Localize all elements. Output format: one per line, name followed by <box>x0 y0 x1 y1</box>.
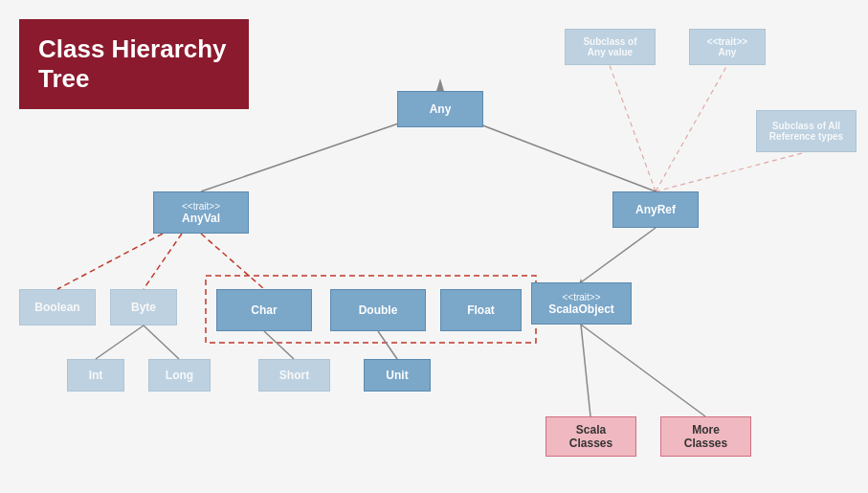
svg-line-5 <box>57 234 163 289</box>
svg-line-14 <box>581 325 705 416</box>
svg-line-4 <box>201 234 264 289</box>
node-long: Long <box>148 359 211 392</box>
node-short: Short <box>258 359 330 392</box>
node-byte: Byte <box>110 289 177 325</box>
svg-line-10 <box>144 325 179 359</box>
node-any: Any <box>397 91 483 127</box>
node-scalaobject: <<trait>> ScalaObject <box>531 282 632 325</box>
node-int: Int <box>67 359 124 392</box>
svg-line-15 <box>610 65 656 191</box>
svg-line-9 <box>96 325 144 359</box>
node-unit: Unit <box>364 359 431 392</box>
node-scala-class2: More Classes <box>660 416 751 457</box>
title-box: Class Hierarchy Tree <box>19 19 249 109</box>
svg-line-7 <box>264 331 294 359</box>
svg-line-6 <box>144 234 182 289</box>
node-faded-top2: <<trait>> Any <box>689 29 766 65</box>
page-title: Class Hierarchy Tree <box>38 34 230 94</box>
node-char: Char <box>216 289 312 331</box>
node-boolean: Boolean <box>19 289 96 325</box>
node-anyref: AnyRef <box>612 191 699 228</box>
svg-line-8 <box>378 331 397 359</box>
svg-line-13 <box>581 325 590 416</box>
node-faded-top1: Subclass of Any value <box>565 29 656 65</box>
svg-line-11 <box>581 228 656 282</box>
svg-line-16 <box>656 65 727 191</box>
node-scala-class1: Scala Classes <box>545 416 636 457</box>
svg-line-17 <box>656 152 806 191</box>
node-float: Float <box>440 289 522 331</box>
svg-marker-18 <box>436 78 444 91</box>
node-faded-top3: Subclass of All Reference types <box>756 110 857 152</box>
node-anyval: <<trait>> AnyVal <box>153 191 249 234</box>
node-double: Double <box>330 289 426 331</box>
